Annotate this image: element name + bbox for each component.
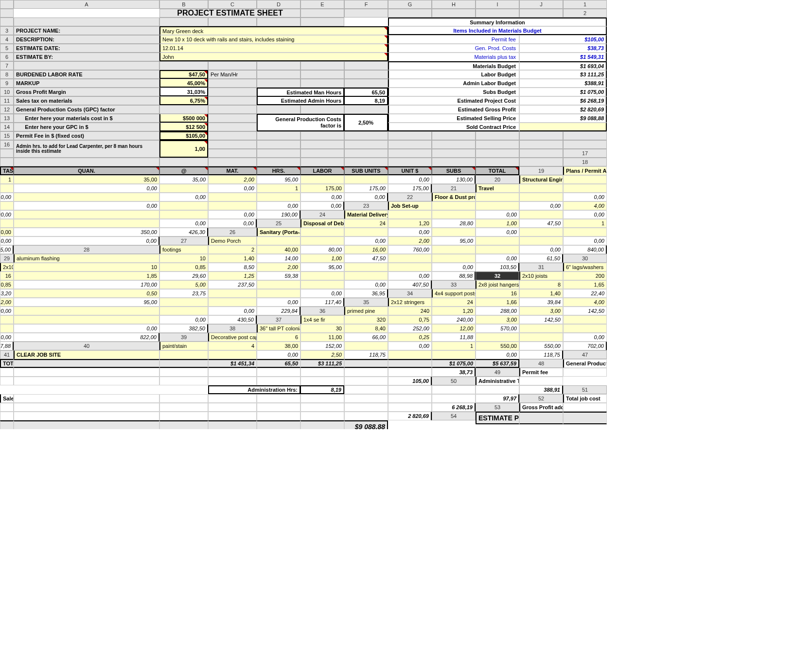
input-estimate_date[interactable]: 12.01.14 <box>159 44 388 53</box>
row-header-19[interactable]: 19 <box>519 166 563 175</box>
task-hrs[interactable]: 2,00 <box>388 236 432 245</box>
input-project_name[interactable]: Mary Green deck <box>159 26 388 35</box>
task-us[interactable] <box>14 219 159 228</box>
task-at[interactable]: 8,40 <box>344 324 388 333</box>
task-at[interactable] <box>0 184 14 193</box>
task-q[interactable]: 200 <box>563 272 607 280</box>
task-desc[interactable]: Structural Engineering <box>519 175 563 184</box>
task-desc[interactable]: 6" lags/washers <box>563 263 607 272</box>
input-estimate_by[interactable]: John <box>159 53 388 61</box>
task-su[interactable] <box>0 315 14 324</box>
input-enter_gpc[interactable]: $12 500 <box>159 123 208 131</box>
task-hrs[interactable]: 4,00 <box>563 298 607 307</box>
task-desc[interactable]: Sanitary (Porta-John or similar) <box>257 228 300 236</box>
row-header-12[interactable]: 12 <box>0 105 14 114</box>
task-at[interactable]: 1,85 <box>14 272 159 280</box>
task-us[interactable]: 350,00 <box>0 228 14 236</box>
row-header-6[interactable]: 6 <box>0 53 14 61</box>
col-header-F[interactable]: F <box>344 0 388 9</box>
task-us[interactable]: 550,00 <box>476 342 519 350</box>
row-header-29[interactable]: 29 <box>0 254 14 263</box>
row-header-11[interactable]: 11 <box>0 96 14 105</box>
row-header-10[interactable]: 10 <box>0 88 14 96</box>
task-desc[interactable]: aluminum flashing <box>14 254 159 263</box>
task-q[interactable] <box>432 201 476 210</box>
row-header-51[interactable]: 51 <box>563 385 607 394</box>
input-burdened_rate[interactable]: $47,50 <box>159 70 208 79</box>
task-at[interactable] <box>519 193 563 201</box>
col-header-B[interactable]: B <box>159 0 208 9</box>
row-header-8[interactable]: 8 <box>0 70 14 79</box>
task-hrs[interactable]: 0,25 <box>388 333 432 342</box>
row-header-37[interactable]: 37 <box>257 315 300 324</box>
task-desc[interactable]: primed pine <box>344 307 388 315</box>
row-header-35[interactable]: 35 <box>344 298 388 307</box>
table-header[interactable]: HRS. <box>257 166 300 175</box>
table-header[interactable]: QUAN. <box>14 166 159 175</box>
table-header[interactable]: TASK DESCRIPTION <box>0 166 14 175</box>
task-hrs[interactable] <box>432 228 476 236</box>
col-header-I[interactable]: I <box>476 0 519 9</box>
row-header-41[interactable]: 41 <box>0 350 14 359</box>
task-at[interactable]: 1,40 <box>519 289 563 298</box>
task-q[interactable]: 16 <box>476 289 519 298</box>
task-us[interactable] <box>432 254 476 263</box>
task-at[interactable]: 35,00 <box>14 175 159 184</box>
input-enter_mat[interactable]: $500 000 <box>159 114 208 123</box>
col-header-E[interactable]: E <box>300 0 344 9</box>
row-header-1[interactable]: 1 <box>563 0 607 9</box>
task-desc[interactable]: 2x10 ledger <box>0 263 14 272</box>
row-header-36[interactable]: 36 <box>300 307 344 315</box>
row-header-23[interactable]: 23 <box>344 201 388 210</box>
task-q[interactable]: 1 <box>0 175 14 184</box>
row-header-33[interactable]: 33 <box>432 280 476 289</box>
task-desc[interactable]: Floor & Dust protection <box>432 193 476 201</box>
task-us[interactable] <box>432 350 476 359</box>
task-su[interactable] <box>159 298 208 307</box>
task-su[interactable] <box>208 193 257 201</box>
task-us[interactable] <box>519 236 563 245</box>
task-q[interactable]: 8 <box>519 280 563 289</box>
task-hrs[interactable] <box>0 201 14 210</box>
task-desc[interactable]: Disposal of Debris <box>300 219 344 228</box>
task-q[interactable] <box>257 236 300 245</box>
task-at[interactable]: 1,40 <box>208 254 257 263</box>
task-su[interactable] <box>476 236 519 245</box>
task-hrs[interactable] <box>519 210 563 219</box>
row-header-9[interactable]: 9 <box>0 79 14 88</box>
table-header[interactable]: SUB UNITS <box>344 166 388 175</box>
task-desc[interactable]: 2x10 joists <box>519 272 563 280</box>
row-header-28[interactable]: 28 <box>14 245 159 254</box>
task-us[interactable] <box>257 193 300 201</box>
row-header-17[interactable]: 17 <box>563 149 607 158</box>
input-sales_tax[interactable]: 6,75% <box>159 96 208 105</box>
task-hrs[interactable] <box>159 184 208 193</box>
row-header-21[interactable]: 21 <box>432 184 476 193</box>
task-q[interactable] <box>476 193 519 201</box>
task-desc[interactable]: footings <box>159 245 208 254</box>
task-su[interactable] <box>300 175 344 184</box>
task-at[interactable] <box>208 350 257 359</box>
task-hrs[interactable]: 1,00 <box>300 254 344 263</box>
task-hrs[interactable]: 5,00 <box>159 280 208 289</box>
row-header-18[interactable]: 18 <box>563 158 607 166</box>
task-desc[interactable]: CLEAR JOB SITE <box>14 350 159 359</box>
task-us[interactable] <box>257 289 300 298</box>
row-header-34[interactable]: 34 <box>388 289 432 298</box>
task-at[interactable]: 40,00 <box>257 245 300 254</box>
row-header-31[interactable]: 31 <box>519 263 563 272</box>
task-hrs[interactable]: 4,00 <box>563 201 607 210</box>
task-su[interactable]: 1 <box>563 219 607 228</box>
task-us[interactable] <box>519 333 563 342</box>
task-desc[interactable]: Plans / Permit Application <box>563 166 607 175</box>
row-header-25[interactable]: 25 <box>257 219 300 228</box>
task-desc[interactable]: Demo Porch <box>208 236 257 245</box>
task-su[interactable] <box>14 210 159 219</box>
task-desc[interactable]: Material Delivery Fees <box>344 210 388 219</box>
task-hrs[interactable]: 2,00 <box>208 175 257 184</box>
row-header-54[interactable]: 54 <box>432 412 476 420</box>
task-q[interactable] <box>519 184 563 193</box>
row-header-14[interactable]: 14 <box>0 123 14 131</box>
row-header-30[interactable]: 30 <box>563 254 607 263</box>
task-hrs[interactable]: 1,00 <box>476 219 519 228</box>
